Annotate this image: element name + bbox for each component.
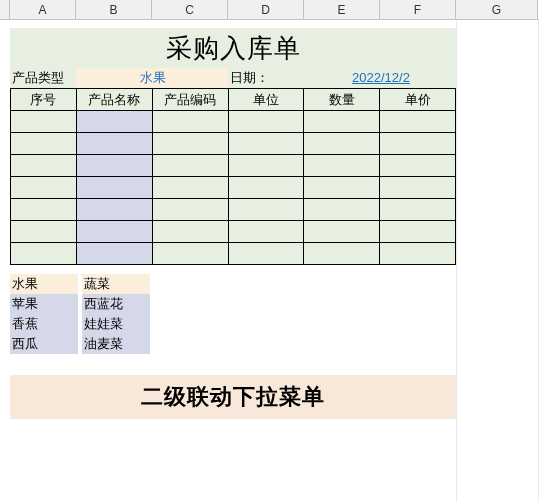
- cell[interactable]: [11, 221, 77, 243]
- th-seq: 序号: [11, 89, 77, 111]
- cell[interactable]: [304, 155, 380, 177]
- cell[interactable]: [152, 243, 228, 265]
- th-price: 单价: [380, 89, 456, 111]
- cell[interactable]: [152, 177, 228, 199]
- th-qty: 数量: [304, 89, 380, 111]
- col-header-F[interactable]: F: [380, 0, 456, 19]
- cell[interactable]: [304, 177, 380, 199]
- purchase-table: 序号 产品名称 产品编码 单位 数量 单价: [10, 88, 456, 265]
- date-label: 日期：: [228, 68, 304, 88]
- cell-product-name[interactable]: [76, 221, 152, 243]
- row-header-corner: [0, 0, 10, 19]
- th-name: 产品名称: [76, 89, 152, 111]
- product-type-label: 产品类型: [10, 68, 76, 88]
- lookup-header-row: 水果 蔬菜: [10, 274, 150, 294]
- cell-product-name[interactable]: [76, 133, 152, 155]
- cell-product-name[interactable]: [76, 177, 152, 199]
- cell[interactable]: [228, 133, 304, 155]
- banner-label: 二级联动下拉菜单: [10, 375, 456, 419]
- cell[interactable]: [152, 155, 228, 177]
- table-header-row: 序号 产品名称 产品编码 单位 数量 单价: [11, 89, 456, 111]
- cell[interactable]: [228, 155, 304, 177]
- cell[interactable]: [304, 111, 380, 133]
- lookup-row: 西瓜 油麦菜: [10, 334, 150, 354]
- lookup-row: 香蕉 娃娃菜: [10, 314, 150, 334]
- cell[interactable]: [228, 221, 304, 243]
- lookup-lists: 水果 蔬菜 苹果 西蓝花 香蕉 娃娃菜 西瓜 油麦菜: [10, 274, 150, 354]
- column-header-bar: A B C D E F G: [0, 0, 539, 20]
- cell[interactable]: [11, 243, 77, 265]
- cell-product-name[interactable]: [76, 155, 152, 177]
- lookup-cell[interactable]: 娃娃菜: [82, 314, 150, 334]
- cell[interactable]: [11, 133, 77, 155]
- cell[interactable]: [380, 221, 456, 243]
- cell[interactable]: [228, 177, 304, 199]
- table-row: [11, 199, 456, 221]
- cell[interactable]: [11, 177, 77, 199]
- lookup-cell[interactable]: 香蕉: [10, 314, 78, 334]
- col-header-B[interactable]: B: [76, 0, 152, 19]
- cell-product-name[interactable]: [76, 111, 152, 133]
- table-row: [11, 155, 456, 177]
- table-row: [11, 111, 456, 133]
- info-row: 产品类型 水果 日期： 2022/12/2: [10, 68, 456, 88]
- cell[interactable]: [380, 243, 456, 265]
- th-unit: 单位: [228, 89, 304, 111]
- cell[interactable]: [380, 177, 456, 199]
- table-row: [11, 133, 456, 155]
- cell[interactable]: [152, 199, 228, 221]
- table-row: [11, 221, 456, 243]
- cell[interactable]: [304, 221, 380, 243]
- col-header-C[interactable]: C: [152, 0, 228, 19]
- cell[interactable]: [11, 155, 77, 177]
- cell[interactable]: [152, 111, 228, 133]
- lookup-cell[interactable]: 苹果: [10, 294, 78, 314]
- lookup-cell[interactable]: 油麦菜: [82, 334, 150, 354]
- cell[interactable]: [304, 133, 380, 155]
- col-header-A[interactable]: A: [10, 0, 76, 19]
- col-header-G[interactable]: G: [456, 0, 538, 19]
- col-header-D[interactable]: D: [228, 0, 304, 19]
- col-header-E[interactable]: E: [304, 0, 380, 19]
- table-row: [11, 243, 456, 265]
- cell[interactable]: [11, 199, 77, 221]
- cell[interactable]: [380, 199, 456, 221]
- cell[interactable]: [304, 199, 380, 221]
- cell[interactable]: [152, 221, 228, 243]
- cell[interactable]: [11, 111, 77, 133]
- cell[interactable]: [304, 243, 380, 265]
- table-body: [11, 111, 456, 265]
- cell-product-name[interactable]: [76, 243, 152, 265]
- lookup-row: 苹果 西蓝花: [10, 294, 150, 314]
- cell-product-name[interactable]: [76, 199, 152, 221]
- lookup-header-vegetable: 蔬菜: [82, 274, 150, 294]
- th-code: 产品编码: [152, 89, 228, 111]
- page-title: 采购入库单: [10, 28, 456, 68]
- table-row: [11, 177, 456, 199]
- cell[interactable]: [228, 111, 304, 133]
- cell[interactable]: [228, 243, 304, 265]
- cell[interactable]: [228, 199, 304, 221]
- lookup-cell[interactable]: 西瓜: [10, 334, 78, 354]
- date-value[interactable]: 2022/12/2: [304, 68, 456, 88]
- lookup-header-fruit: 水果: [10, 274, 78, 294]
- cell[interactable]: [380, 155, 456, 177]
- cell[interactable]: [380, 111, 456, 133]
- lookup-cell[interactable]: 西蓝花: [82, 294, 150, 314]
- product-type-value[interactable]: 水果: [76, 68, 228, 88]
- cell[interactable]: [152, 133, 228, 155]
- cell[interactable]: [380, 133, 456, 155]
